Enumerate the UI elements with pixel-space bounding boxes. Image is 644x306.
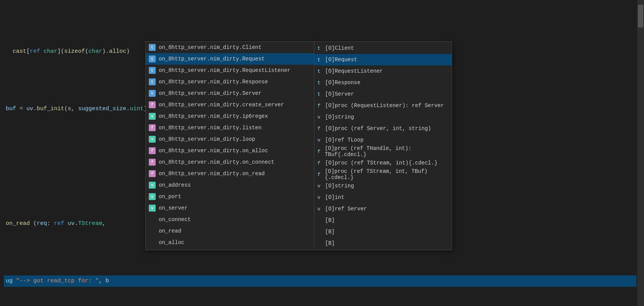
- detail-item: f [O]proc (ref TStream, int, TBuf){.cdec…: [314, 169, 452, 180]
- type-icon: t: [149, 55, 156, 62]
- detail-text: [O]int: [325, 194, 344, 200]
- autocomplete-item[interactable]: v on_address: [146, 179, 314, 191]
- detail-item: v [O]int: [314, 192, 452, 203]
- detail-kind: t: [317, 46, 323, 51]
- detail-item: t [O]RequestListener: [314, 65, 452, 77]
- autocomplete-item[interactable]: f on_8http_server.nim_dirty.on_alloc: [146, 145, 314, 156]
- func-icon: f: [149, 147, 156, 154]
- detail-kind: f: [317, 103, 323, 109]
- item-label: on_8http_server.nim_dirty.Client: [159, 44, 262, 50]
- code-line-selected: ug "--> got read_tcp for: ", b: [4, 275, 636, 287]
- scrollbar[interactable]: [637, 0, 644, 306]
- item-label: on_read: [159, 228, 181, 234]
- detail-item: t [O]Response: [314, 77, 452, 88]
- detail-kind: f: [317, 149, 322, 155]
- detail-kind: f: [317, 172, 322, 177]
- autocomplete-item[interactable]: t on_8http_server.nim_dirty.RequestListe…: [146, 65, 314, 76]
- autocomplete-item-selected[interactable]: t on_8http_server.nim_dirty.Request: [146, 53, 314, 65]
- type-icon: t: [149, 78, 156, 85]
- detail-item: v [O]string: [314, 111, 452, 123]
- item-label: on_server: [159, 205, 188, 211]
- type-icon: t: [149, 67, 156, 74]
- empty-icon: [149, 228, 156, 234]
- autocomplete-item[interactable]: t on_8http_server.nim_dirty.Server: [146, 88, 314, 99]
- item-label: on_8http_server.nim_dirty.Server: [159, 90, 262, 96]
- detail-kind: f: [317, 160, 323, 166]
- detail-text: [O]proc (ref Server, int, string): [325, 125, 431, 132]
- detail-text: [O]ref Server: [325, 206, 367, 212]
- autocomplete-item[interactable]: f on_8http_server.nim_dirty.on_connect: [146, 156, 314, 168]
- autocomplete-list[interactable]: t on_8http_server.nim_dirty.Client t on_…: [146, 42, 314, 250]
- autocomplete-item[interactable]: v on_port: [146, 191, 314, 202]
- detail-text: [O]proc (RequestListener): ref Server: [325, 103, 444, 109]
- type-icon: t: [149, 90, 156, 97]
- detail-item: [B]: [314, 226, 452, 238]
- scrollbar-thumb[interactable]: [638, 5, 643, 28]
- item-label: on_8http_server.nim_dirty.on_read: [159, 171, 265, 177]
- detail-item: [B]: [314, 238, 452, 249]
- detail-text: [O]proc (ref THandle, int): TBuf{.cdecl.…: [325, 145, 449, 158]
- autocomplete-item[interactable]: t on_8http_server.nim_dirty.Client: [146, 42, 314, 53]
- var-icon: v: [149, 193, 156, 200]
- item-label: on_address: [159, 182, 191, 188]
- autocomplete-dropdown[interactable]: t on_8http_server.nim_dirty.Client t on_…: [145, 41, 452, 250]
- detail-item: f [O]proc (ref THandle, int): TBuf{.cdec…: [314, 146, 452, 157]
- detail-text: [O]Response: [325, 80, 360, 86]
- item-label: on_8http_server.nim_dirty.Request: [159, 56, 265, 62]
- autocomplete-item[interactable]: f on_8http_server.nim_dirty.on_read: [146, 168, 314, 179]
- item-label: on_8http_server.nim_dirty.loop: [159, 136, 255, 142]
- detail-text: [O]Server: [325, 91, 354, 97]
- var-icon: v: [149, 136, 156, 143]
- autocomplete-item[interactable]: on_connect: [146, 214, 314, 225]
- item-label: on_8http_server.nim_dirty.on_connect: [159, 159, 274, 165]
- autocomplete-item[interactable]: t on_8http_server.nim_dirty.Response: [146, 76, 314, 88]
- detail-item: t [O]Client: [314, 42, 452, 54]
- detail-text: [B]: [325, 217, 335, 223]
- detail-text: [O]proc (ref TStream, int){.cdecl.}: [325, 160, 437, 166]
- item-label: on_8http_server.nim_dirty.Response: [159, 79, 268, 85]
- empty-icon: [149, 216, 156, 223]
- autocomplete-item[interactable]: f on_8http_server.nim_dirty.create_serve…: [146, 99, 314, 111]
- func-icon: f: [149, 101, 156, 108]
- detail-item: v [O]string: [314, 180, 452, 192]
- detail-item: f [O]proc (ref Server, int, string): [314, 123, 452, 134]
- detail-text: [O]Client: [325, 45, 354, 51]
- detail-item-selected: t [O]Request: [314, 54, 452, 65]
- item-label: on_8http_server.nim_dirty.ip6regex: [159, 113, 268, 119]
- func-icon: f: [149, 170, 156, 177]
- autocomplete-item[interactable]: f on_8http_server.nim_dirty.listen: [146, 122, 314, 133]
- item-label: on_port: [159, 194, 181, 200]
- var-icon: v: [149, 182, 156, 189]
- detail-text: [O]string: [325, 183, 354, 189]
- item-label: on_8http_server.nim_dirty.create_server: [159, 102, 284, 108]
- detail-text: [B]: [325, 240, 335, 246]
- detail-item: [B]: [314, 215, 452, 226]
- detail-text: [O]RequestListener: [325, 68, 383, 74]
- item-label: on_alloc: [159, 239, 184, 246]
- detail-kind: v: [317, 114, 323, 120]
- detail-item: f [O]proc (ref TStream, int){.cdecl.}: [314, 157, 452, 169]
- detail-kind: f: [317, 126, 323, 132]
- func-icon: f: [149, 124, 156, 131]
- detail-kind: v: [317, 183, 323, 189]
- detail-kind: v: [317, 137, 323, 143]
- var-icon: v: [149, 113, 156, 120]
- detail-text: [B]: [325, 229, 335, 235]
- item-label: on_8http_server.nim_dirty.RequestListene…: [159, 67, 290, 73]
- item-label: on_connect: [159, 216, 191, 223]
- detail-kind: t: [317, 91, 323, 97]
- item-label: on_8http_server.nim_dirty.listen: [159, 125, 262, 131]
- detail-item: t [O]Server: [314, 88, 452, 100]
- autocomplete-item[interactable]: v on_8http_server.nim_dirty.ip6regex: [146, 111, 314, 122]
- autocomplete-item[interactable]: on_alloc: [146, 237, 314, 248]
- autocomplete-details: t [O]Client t [O]Request t [O]RequestLis…: [314, 42, 452, 250]
- autocomplete-item[interactable]: v on_8http_server.nim_dirty.loop: [146, 133, 314, 145]
- func-icon: f: [149, 159, 156, 166]
- autocomplete-item[interactable]: on_read: [146, 225, 314, 237]
- detail-item: v [O]ref Server: [314, 203, 452, 215]
- detail-text: [O]ref TLoop: [325, 137, 364, 143]
- detail-item: f [O]proc (RequestListener): ref Server: [314, 100, 452, 111]
- autocomplete-item[interactable]: v on_server: [146, 202, 314, 214]
- detail-kind: t: [317, 68, 323, 74]
- detail-item: v [O]ref TLoop: [314, 134, 452, 146]
